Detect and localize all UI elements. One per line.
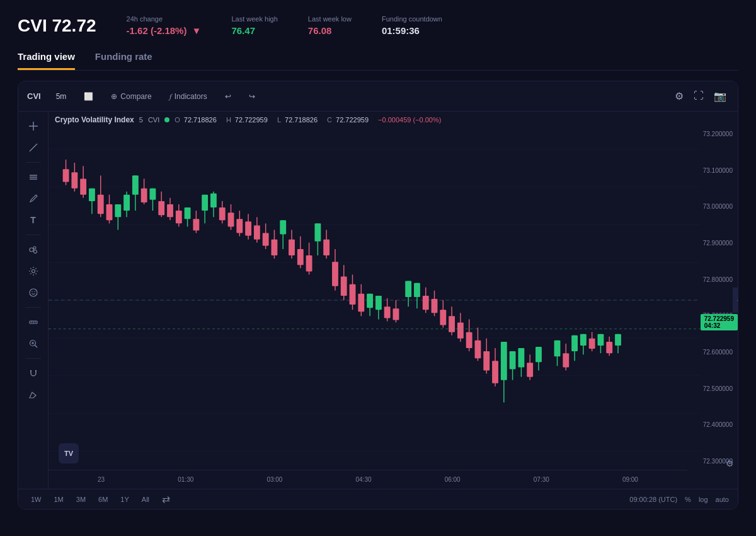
y-label-3: 72.900000 <box>692 240 733 247</box>
svg-rect-74 <box>228 213 234 226</box>
timerange-6m[interactable]: 6M <box>94 494 112 505</box>
bottom-settings-icon[interactable]: ⚙ <box>726 458 734 469</box>
svg-point-11 <box>32 291 33 293</box>
chart-period: 5 <box>139 116 143 124</box>
chart-container: CVI 5m ⬜ ⊕ Compare 𝑓 Indicators ↩ ↪ ⚙ ⛶ <box>18 81 738 510</box>
svg-point-12 <box>34 291 35 293</box>
stat-label-funding: Funding countdown <box>382 15 442 23</box>
shapes-tool[interactable] <box>23 240 44 259</box>
open-val: 72.718826 <box>184 116 217 124</box>
x-label-5: 07:30 <box>534 476 549 483</box>
timerange-1m[interactable]: 1M <box>50 494 67 505</box>
log-button[interactable]: log <box>699 496 708 503</box>
chart-body: T <box>18 112 738 489</box>
camera-icon[interactable]: 📷 <box>711 88 729 105</box>
svg-rect-84 <box>272 240 278 255</box>
svg-rect-118 <box>423 296 429 310</box>
ruler-tool[interactable] <box>23 313 44 332</box>
indicators-button[interactable]: 𝑓 Indicators <box>164 90 212 103</box>
plus-icon: ⊕ <box>111 92 117 101</box>
svg-rect-38 <box>71 172 77 188</box>
chart-type-button[interactable]: ⬜ <box>79 90 98 103</box>
svg-rect-62 <box>176 211 182 223</box>
stat-value-week-low: 76.08 <box>308 25 352 36</box>
svg-rect-112 <box>393 308 399 320</box>
y-axis: 73.200000 73.100000 73.000000 72.900000 … <box>687 112 738 470</box>
timerange-1y[interactable]: 1Y <box>117 494 132 505</box>
zoom-tool[interactable] <box>23 334 44 353</box>
line-draw-tool[interactable] <box>23 138 44 157</box>
cvi-title: CVI 72.72 <box>18 16 96 36</box>
fullscreen-icon[interactable]: ⛶ <box>691 88 706 105</box>
chart-main[interactable]: Crypto Volatility Index 5 CVI O72.718826… <box>49 112 738 489</box>
collapse-sidebar-button[interactable]: ‹ <box>733 288 738 313</box>
timerange-3m[interactable]: 3M <box>72 494 89 505</box>
percent-button[interactable]: % <box>685 496 691 503</box>
y-label-8: 72.400000 <box>692 421 733 428</box>
svg-rect-138 <box>510 351 516 369</box>
x-axis: 23 01:30 03:00 04:30 06:00 07:30 09:00 <box>49 470 687 489</box>
candlestick-icon: ⬜ <box>84 92 93 101</box>
magnet-tool[interactable] <box>23 364 44 383</box>
compare-button[interactable]: ⊕ Compare <box>106 90 156 103</box>
svg-rect-114 <box>405 281 411 297</box>
timerange-1w[interactable]: 1W <box>27 494 45 505</box>
undo-icon: ↩ <box>225 92 231 101</box>
svg-rect-150 <box>571 335 578 351</box>
candlestick-chart[interactable] <box>49 112 700 489</box>
emoji-tool[interactable] <box>23 283 44 302</box>
svg-rect-126 <box>457 322 464 338</box>
drawing-tools-sidebar: T <box>18 112 49 489</box>
svg-rect-160 <box>615 334 621 346</box>
settings-icon[interactable]: ⚙ <box>672 88 686 105</box>
svg-rect-106 <box>367 294 373 308</box>
svg-rect-120 <box>432 299 438 313</box>
svg-point-6 <box>30 248 33 252</box>
text-tool[interactable]: T <box>23 211 44 230</box>
low-val: 72.718826 <box>285 116 318 124</box>
auto-button[interactable]: auto <box>716 496 729 503</box>
stat-value-24h: -1.62 (-2.18%) ▼ <box>127 25 202 36</box>
crosshair-tool[interactable] <box>23 117 44 136</box>
high-label: H <box>226 116 231 124</box>
eraser-tool[interactable] <box>23 385 44 404</box>
tradingview-logo: TV <box>59 443 79 463</box>
svg-rect-48 <box>115 204 121 217</box>
calendar-icon[interactable]: ⇄ <box>162 493 170 505</box>
settings-tool[interactable] <box>23 262 44 281</box>
svg-rect-52 <box>132 175 139 194</box>
current-price-label: 72.722959 04:32 <box>701 314 738 330</box>
svg-rect-128 <box>466 332 472 348</box>
svg-rect-54 <box>141 189 147 202</box>
pencil-tool[interactable] <box>23 189 44 208</box>
svg-rect-70 <box>210 194 217 207</box>
svg-rect-92 <box>306 255 312 271</box>
toolbar-right: ⚙ ⛶ 📷 <box>672 88 729 105</box>
bottom-right-controls: 09:00:28 (UTC) % log auto <box>629 496 729 503</box>
timeframe-button[interactable]: 5m <box>51 90 72 103</box>
page-container: CVI 72.72 24h change -1.62 (-2.18%) ▼ La… <box>0 0 756 520</box>
x-label-6: 09:00 <box>622 476 638 483</box>
tool-divider-2 <box>26 235 41 235</box>
svg-rect-116 <box>414 283 420 297</box>
stat-24h-change: 24h change -1.62 (-2.18%) ▼ <box>127 15 202 36</box>
horizontal-lines-tool[interactable] <box>23 168 44 187</box>
stat-label-week-high: Last week high <box>231 15 277 23</box>
undo-button[interactable]: ↩ <box>220 90 236 103</box>
stat-week-low: Last week low 76.08 <box>308 15 352 36</box>
svg-rect-56 <box>150 189 156 200</box>
svg-rect-90 <box>297 249 304 265</box>
stats-group: 24h change -1.62 (-2.18%) ▼ Last week hi… <box>127 15 442 36</box>
tool-divider-1 <box>26 162 41 163</box>
redo-button[interactable]: ↪ <box>244 90 260 103</box>
svg-rect-142 <box>527 363 533 376</box>
svg-rect-108 <box>375 296 382 310</box>
timerange-all[interactable]: All <box>138 494 153 505</box>
svg-rect-50 <box>123 195 130 211</box>
svg-rect-44 <box>98 195 104 214</box>
svg-rect-134 <box>492 361 498 383</box>
svg-rect-136 <box>501 342 507 380</box>
y-label-6: 72.600000 <box>692 349 733 356</box>
tab-trading-view[interactable]: Trading view <box>18 51 75 70</box>
tab-funding-rate[interactable]: Funding rate <box>95 51 152 70</box>
